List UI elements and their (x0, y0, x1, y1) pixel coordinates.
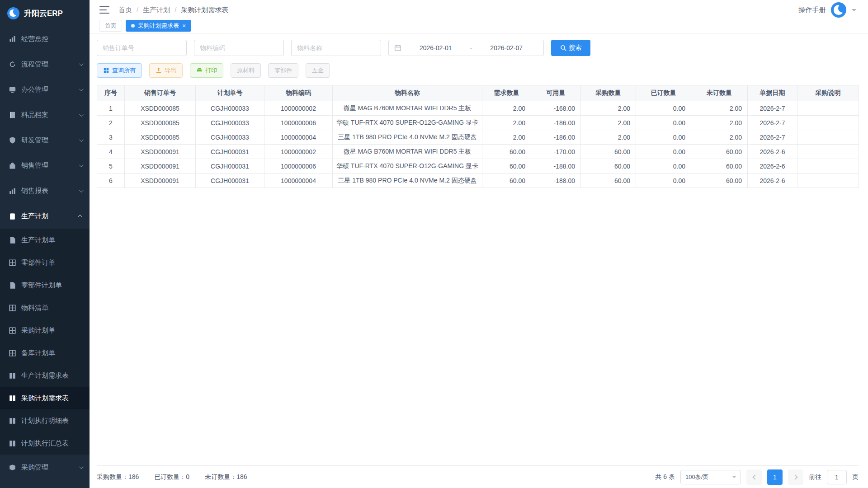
table-cell: 2.00 (581, 101, 636, 116)
stat-label: 未订数量： (205, 473, 236, 480)
sidebar-item[interactable]: 计划执行汇总表 (0, 432, 90, 455)
sidebar-item[interactable]: 料品档案 (0, 102, 90, 127)
caret-down-icon[interactable] (852, 9, 856, 14)
table-row[interactable]: 5XSDD000091CGJH0000311000000006华硕 TUF-RT… (97, 159, 859, 174)
sidebar-item[interactable]: 计划执行明细表 (0, 409, 90, 432)
action-button-3[interactable]: 打印 (190, 63, 223, 78)
app-title: 升阳云ERP (24, 8, 63, 19)
breadcrumb-home[interactable]: 首页 (118, 6, 143, 14)
sidebar-item[interactable]: 研发管理 (0, 127, 90, 153)
column-header: 需求数量 (482, 85, 531, 101)
table-row[interactable]: 2XSDD000085CGJH0000331000000006华硕 TUF-RT… (97, 116, 859, 130)
search-button[interactable]: 搜索 (551, 40, 590, 56)
sidebar-item[interactable]: 零部件订单 (0, 251, 90, 274)
sidebar-item[interactable]: 车间设置 (0, 480, 90, 488)
table-cell: 60.00 (482, 145, 531, 159)
sidebar-item[interactable]: 销售管理 (0, 153, 90, 178)
menu-file-icon (9, 236, 16, 244)
table-cell: 2026-2-6 (748, 174, 797, 188)
column-header: 已订数量 (636, 85, 691, 101)
page-size-select[interactable]: 100条/页 (680, 470, 741, 484)
table-cell: 60.00 (482, 159, 531, 174)
table-cell: 60.00 (581, 159, 636, 174)
material-code-input[interactable] (194, 40, 284, 56)
sidebar-item[interactable]: 生产计划 (0, 203, 90, 229)
table-cell (797, 145, 859, 159)
goto-page-input[interactable] (827, 470, 847, 484)
sidebar-item-label: 采购管理 (21, 463, 74, 472)
table-cell: CGJH000033 (196, 116, 264, 130)
table-cell: 2026-2-6 (748, 145, 797, 159)
sidebar-item-label: 生产计划需求表 (21, 371, 82, 380)
tab-home[interactable]: 首页 (99, 20, 122, 32)
table-row[interactable]: 6XSDD000091CGJH0000311000000004三星 1TB 98… (97, 174, 859, 188)
table-cell: 1000000006 (264, 116, 333, 130)
page-1-button[interactable]: 1 (767, 469, 783, 485)
chevron-right-icon (793, 474, 797, 479)
menu-shield-icon (9, 136, 16, 144)
action-button-label: 打印 (205, 66, 217, 75)
table-cell: 5 (97, 159, 125, 174)
sidebar-item-label: 经营总控 (21, 35, 82, 43)
table-cell: XSDD000085 (125, 101, 196, 116)
material-name-input[interactable] (291, 40, 381, 56)
date-range-picker[interactable]: 2026-02-01 - 2026-02-07 (388, 40, 544, 56)
stat-label: 已订数量： (154, 473, 186, 480)
sidebar-item[interactable]: 采购计划需求表 (0, 387, 90, 409)
menu-monitor-icon (9, 86, 16, 94)
table-row[interactable]: 3XSDD000085CGJH0000331000000004三星 1TB 98… (97, 130, 859, 145)
prev-page-button[interactable] (746, 469, 762, 485)
tab-bar: 首页采购计划需求表× (90, 20, 868, 33)
sidebar-item[interactable]: 采购计划单 (0, 319, 90, 342)
menu-book-icon (9, 111, 16, 119)
action-button-label: 五金 (312, 66, 324, 75)
action-button-2[interactable]: 导出 (149, 63, 183, 78)
menu-grid-icon (9, 304, 16, 312)
breadcrumb-production-plan[interactable]: 生产计划 (143, 6, 181, 14)
collapse-menu-icon[interactable] (99, 6, 109, 14)
sidebar-item[interactable]: 采购管理 (0, 455, 90, 480)
menu-columns-icon (9, 372, 16, 380)
breadcrumb-current-page: 采购计划需求表 (181, 6, 228, 14)
column-header: 物料编码 (264, 85, 333, 101)
sidebar-item[interactable]: 销售报表 (0, 178, 90, 203)
avatar[interactable] (831, 2, 846, 18)
sidebar-item[interactable]: 办公管理 (0, 77, 90, 102)
sidebar-item-label: 采购计划需求表 (21, 394, 82, 403)
manual-link[interactable]: 操作手册 (798, 6, 826, 14)
tab-active[interactable]: 采购计划需求表× (126, 20, 191, 32)
sidebar-item[interactable]: 物料清单 (0, 296, 90, 319)
table-cell: 三星 1TB 980 PRO PCIe 4.0 NVMe M.2 固态硬盘 (333, 174, 482, 188)
table-cell: XSDD000091 (125, 159, 196, 174)
column-header: 单据日期 (748, 85, 797, 101)
date-start[interactable]: 2026-02-01 (404, 44, 467, 52)
menu-grid-icon (9, 349, 16, 357)
page-size-value: 100条/页 (685, 473, 708, 481)
table-row[interactable]: 4XSDD000091CGJH0000311000000002微星 MAG B7… (97, 145, 859, 159)
sidebar-item-label: 零部件计划单 (21, 281, 82, 290)
sidebar-item[interactable]: 生产计划需求表 (0, 364, 90, 387)
sidebar: 升阳云ERP 经营总控流程管理办公管理料品档案研发管理销售管理销售报表生产计划生… (0, 0, 90, 488)
sidebar-item[interactable]: 生产计划单 (0, 229, 90, 251)
sidebar-item[interactable]: 经营总控 (0, 26, 90, 52)
table-cell: 0.00 (636, 145, 691, 159)
table-cell: 华硕 TUF-RTX 4070 SUPER-O12G-GAMING 显卡 (333, 159, 482, 174)
table-cell: 华硕 TUF-RTX 4070 SUPER-O12G-GAMING 显卡 (333, 116, 482, 130)
table-row[interactable]: 1XSDD000085CGJH0000331000000002微星 MAG B7… (97, 101, 859, 116)
date-end[interactable]: 2026-02-07 (475, 44, 538, 52)
sidebar-item[interactable]: 零部件计划单 (0, 274, 90, 296)
sidebar-item[interactable]: 备库计划单 (0, 342, 90, 364)
sidebar-item[interactable]: 流程管理 (0, 52, 90, 77)
table-cell: 60.00 (691, 145, 748, 159)
menu-columns-icon (9, 394, 16, 402)
table-cell: 1000000004 (264, 130, 333, 145)
close-icon[interactable]: × (182, 23, 186, 29)
sidebar-item-label: 销售报表 (21, 187, 74, 195)
next-page-button[interactable] (788, 469, 803, 485)
action-button-1[interactable]: 查询所有 (97, 63, 142, 78)
search-icon (560, 45, 566, 51)
main-area: 首页 生产计划 采购计划需求表 操作手册 首页采购计划需求表× (90, 0, 868, 488)
sales-order-input[interactable] (97, 40, 187, 56)
sidebar-item-label: 生产计划单 (21, 236, 82, 244)
sidebar-item-label: 办公管理 (21, 85, 74, 94)
